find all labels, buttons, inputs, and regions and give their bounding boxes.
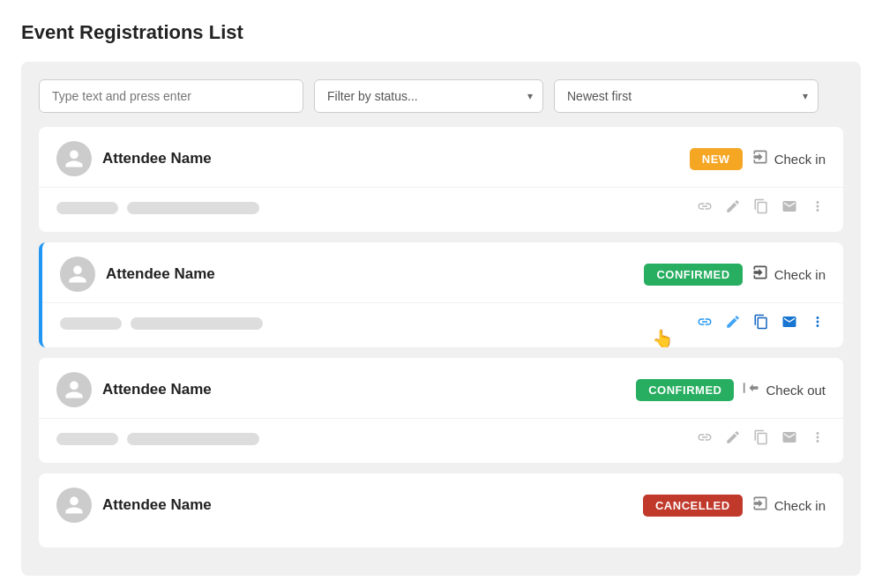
person-icon-2 (67, 264, 88, 285)
checkin-label-1: Check in (774, 152, 826, 167)
divider-2 (42, 302, 843, 303)
copy-icon-1[interactable] (753, 198, 769, 218)
sort-wrapper: Newest first Oldest first Name A-Z Name … (554, 79, 818, 113)
card-top-2: Attendee Name CONFIRMED Check in (60, 257, 826, 292)
meta-pill-short-3 (56, 433, 118, 445)
email-icon-3[interactable] (781, 429, 797, 449)
meta-pill-long-2 (131, 317, 263, 330)
registration-card-1: Attendee Name NEW Check in (39, 127, 843, 232)
checkin-label-4: Check in (774, 498, 826, 513)
menu-icon-2[interactable] (810, 314, 826, 333)
email-icon-1[interactable] (781, 198, 797, 218)
attendee-name-2: Attendee Name (106, 265, 215, 283)
checkin-button-2[interactable]: Check in (751, 264, 826, 286)
checkin-button-1[interactable]: Check in (751, 148, 826, 170)
meta-pills-3 (56, 433, 259, 445)
action-icons-3 (697, 429, 826, 449)
checkin-icon-4 (751, 495, 769, 517)
registration-card-4: Attendee Name CANCELLED Check in (39, 473, 843, 547)
cursor-hand: 👆 (652, 328, 674, 347)
card-right-2: CONFIRMED Check in (644, 264, 826, 286)
avatar-1 (56, 141, 92, 176)
card-bottom-1 (56, 198, 826, 218)
action-icons-1 (697, 198, 826, 218)
search-input[interactable] (39, 79, 303, 113)
avatar-3 (56, 372, 92, 407)
card-left-3: Attendee Name (56, 372, 212, 407)
status-badge-2: CONFIRMED (644, 264, 742, 286)
person-icon-3 (64, 379, 85, 400)
meta-pill-long-1 (127, 202, 259, 214)
meta-pills-1 (56, 202, 259, 214)
email-icon-2[interactable] (781, 314, 797, 333)
page-title: Event Registrations List (21, 21, 861, 44)
card-top-3: Attendee Name CONFIRMED Check out (56, 372, 826, 407)
checkin-button-4[interactable]: Check in (751, 495, 826, 517)
card-top-1: Attendee Name NEW Check in (56, 141, 826, 176)
card-bottom-2: 👆 (60, 314, 826, 333)
edit-icon-1[interactable] (725, 198, 741, 218)
person-icon-4 (64, 495, 85, 516)
copy-icon-3[interactable] (753, 429, 769, 449)
checkin-icon-2 (751, 264, 769, 286)
attendee-name-4: Attendee Name (102, 496, 212, 514)
checkout-button-3[interactable]: Check out (743, 379, 826, 401)
card-left-1: Attendee Name (56, 141, 212, 176)
registration-card-2: Attendee Name CONFIRMED Check in (39, 242, 843, 347)
divider-1 (39, 187, 843, 188)
filter-status-wrapper: Filter by status... New Confirmed Cancel… (314, 79, 543, 113)
card-left-2: Attendee Name (60, 257, 215, 292)
copy-icon-2[interactable] (753, 314, 769, 333)
card-bottom-3 (56, 429, 826, 449)
person-icon-1 (64, 148, 85, 169)
avatar-2 (60, 257, 95, 292)
edit-icon-2[interactable] (725, 314, 741, 333)
avatar-4 (56, 488, 92, 523)
card-top-4: Attendee Name CANCELLED Check in (56, 488, 826, 523)
attendee-name-1: Attendee Name (102, 150, 212, 167)
card-right-3: CONFIRMED Check out (636, 379, 826, 401)
edit-icon-3[interactable] (725, 429, 741, 449)
main-container: Filter by status... New Confirmed Cancel… (21, 62, 861, 576)
checkin-icon-1 (751, 148, 769, 170)
sort-select[interactable]: Newest first Oldest first Name A-Z Name … (554, 79, 818, 113)
card-left-4: Attendee Name (56, 488, 212, 523)
registration-card-3: Attendee Name CONFIRMED Check out (39, 358, 843, 463)
meta-pills-2 (60, 317, 263, 330)
status-badge-4: CANCELLED (643, 495, 743, 517)
link-icon-3[interactable] (697, 429, 713, 449)
card-right-4: CANCELLED Check in (643, 495, 826, 517)
status-badge-1: NEW (690, 148, 743, 170)
divider-3 (39, 418, 843, 419)
attendee-name-3: Attendee Name (102, 381, 212, 398)
checkin-label-2: Check in (774, 267, 826, 282)
filter-status-select[interactable]: Filter by status... New Confirmed Cancel… (314, 79, 543, 113)
action-icons-2 (697, 314, 826, 333)
checkout-label-3: Check out (766, 383, 826, 398)
link-icon-2[interactable] (697, 314, 713, 333)
checkout-icon-3 (743, 379, 760, 401)
status-badge-3: CONFIRMED (636, 379, 734, 401)
menu-icon-3[interactable] (810, 429, 826, 449)
toolbar: Filter by status... New Confirmed Cancel… (39, 79, 843, 113)
meta-pill-short-1 (56, 202, 118, 214)
link-icon-1[interactable] (697, 198, 713, 218)
card-right-1: NEW Check in (690, 148, 826, 170)
meta-pill-long-3 (127, 433, 259, 445)
meta-pill-short-2 (60, 317, 122, 330)
menu-icon-1[interactable] (810, 198, 826, 218)
